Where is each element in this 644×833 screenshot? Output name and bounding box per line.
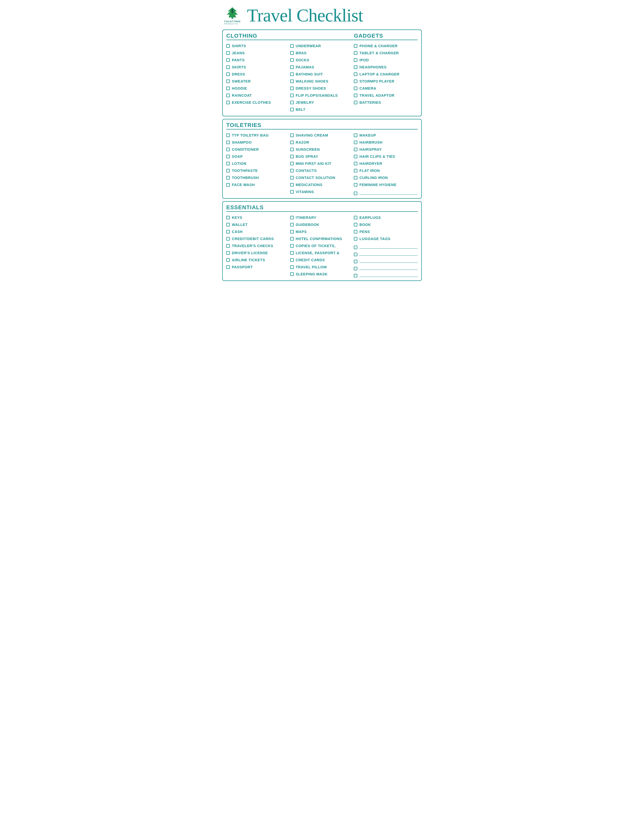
list-item: BRAS xyxy=(290,50,354,56)
checkbox[interactable] xyxy=(226,58,230,62)
checkbox[interactable] xyxy=(354,72,357,76)
checkbox[interactable] xyxy=(226,230,230,233)
checkbox[interactable] xyxy=(354,155,357,158)
checkbox[interactable] xyxy=(354,148,357,151)
checkbox[interactable] xyxy=(290,230,294,233)
checkbox[interactable] xyxy=(290,72,294,76)
checkbox[interactable] xyxy=(354,237,357,241)
checkbox[interactable] xyxy=(226,94,230,97)
checkbox[interactable] xyxy=(226,237,230,241)
checkbox[interactable] xyxy=(354,79,357,83)
checkbox[interactable] xyxy=(354,223,357,227)
checkbox[interactable] xyxy=(354,260,357,263)
checkbox[interactable] xyxy=(226,183,230,187)
checkbox[interactable] xyxy=(290,94,294,97)
checkbox[interactable] xyxy=(226,265,230,269)
checkbox[interactable] xyxy=(354,230,357,233)
checkbox[interactable] xyxy=(290,190,294,194)
checkbox[interactable] xyxy=(354,267,357,270)
checkbox[interactable] xyxy=(354,51,357,55)
checkbox[interactable] xyxy=(290,265,294,269)
checkbox[interactable] xyxy=(226,155,230,158)
checkbox[interactable] xyxy=(226,72,230,76)
checkbox[interactable] xyxy=(354,58,357,62)
checkbox[interactable] xyxy=(290,148,294,151)
checkbox[interactable] xyxy=(354,246,357,249)
item-label: SHAMPOO xyxy=(232,140,251,145)
checkbox[interactable] xyxy=(226,101,230,104)
list-item: FACE WASH xyxy=(226,182,290,188)
item-label: AIRLINE TICKETS xyxy=(232,258,265,262)
checkbox[interactable] xyxy=(290,133,294,137)
checkbox[interactable] xyxy=(354,101,357,104)
checkbox[interactable] xyxy=(226,44,230,48)
checkbox[interactable] xyxy=(290,79,294,83)
checkbox[interactable] xyxy=(226,148,230,151)
item-label: GUIDEBOOK xyxy=(296,223,319,227)
checkbox[interactable] xyxy=(290,58,294,62)
checkbox[interactable] xyxy=(354,65,357,69)
checkbox[interactable] xyxy=(354,183,357,187)
checkbox[interactable] xyxy=(226,87,230,90)
checkbox[interactable] xyxy=(354,252,357,256)
checkbox[interactable] xyxy=(226,258,230,262)
list-item: BELT xyxy=(290,106,354,113)
section-essentials: ESSENTIALSKEYSWALLETCASHCREDIT/DEBIT CAR… xyxy=(222,201,422,281)
checkbox[interactable] xyxy=(290,101,294,104)
list-item: JEANS xyxy=(226,50,290,56)
checkbox[interactable] xyxy=(226,216,230,219)
checkbox[interactable] xyxy=(290,272,294,276)
checkbox[interactable] xyxy=(290,44,294,48)
checkbox[interactable] xyxy=(290,155,294,158)
checkbox[interactable] xyxy=(354,169,357,172)
checkbox[interactable] xyxy=(290,65,294,69)
checkbox[interactable] xyxy=(354,87,357,90)
checkbox[interactable] xyxy=(290,108,294,111)
list-item: CREDIT/DEBIT CARDS xyxy=(226,235,290,242)
checkbox[interactable] xyxy=(354,141,357,144)
checkbox[interactable] xyxy=(290,176,294,180)
essentials-col-0: ESSENTIALSKEYSWALLETCASHCREDIT/DEBIT CAR… xyxy=(226,204,290,277)
checkbox[interactable] xyxy=(226,251,230,255)
list-item: UNDERWEAR xyxy=(290,43,354,49)
checkbox[interactable] xyxy=(354,274,357,277)
checkbox[interactable] xyxy=(226,65,230,69)
clothing-col-2-header: GADGETS xyxy=(354,32,418,40)
checkbox[interactable] xyxy=(354,216,357,219)
checkbox[interactable] xyxy=(290,183,294,187)
checkbox[interactable] xyxy=(226,162,230,165)
checkbox[interactable] xyxy=(226,51,230,55)
checkbox[interactable] xyxy=(226,133,230,137)
list-item: SOAP xyxy=(226,153,290,160)
checkbox[interactable] xyxy=(226,223,230,227)
checkbox[interactable] xyxy=(290,237,294,241)
checkbox[interactable] xyxy=(354,191,357,195)
checkbox[interactable] xyxy=(226,169,230,172)
checkbox[interactable] xyxy=(290,216,294,219)
checkbox[interactable] xyxy=(290,244,294,248)
toiletries-columns: TOILETRIESTTP TOILETRY BAGSHAMPOOCONDITI… xyxy=(226,122,418,195)
checkbox[interactable] xyxy=(226,79,230,83)
list-item: STORMP3 PLAYER xyxy=(354,78,418,85)
checkbox[interactable] xyxy=(354,176,357,180)
checkbox[interactable] xyxy=(290,251,294,255)
checkbox[interactable] xyxy=(226,176,230,180)
checkbox[interactable] xyxy=(354,94,357,97)
checkbox[interactable] xyxy=(290,162,294,165)
checkbox[interactable] xyxy=(354,133,357,137)
item-label: SKIRTS xyxy=(232,65,246,69)
list-item: LAPTOP & CHARGER xyxy=(354,71,418,77)
checkbox[interactable] xyxy=(290,87,294,90)
list-item: LUGGAGE TAGS xyxy=(354,235,418,242)
checkbox[interactable] xyxy=(290,51,294,55)
checkbox[interactable] xyxy=(354,162,357,165)
item-label: LOTION xyxy=(232,162,246,166)
checkbox[interactable] xyxy=(290,169,294,172)
checkbox[interactable] xyxy=(290,223,294,227)
checkbox[interactable] xyxy=(290,258,294,262)
checkbox[interactable] xyxy=(290,141,294,144)
list-item: RAINCOAT xyxy=(226,92,290,99)
checkbox[interactable] xyxy=(226,244,230,248)
checkbox[interactable] xyxy=(226,141,230,144)
checkbox[interactable] xyxy=(354,44,357,48)
